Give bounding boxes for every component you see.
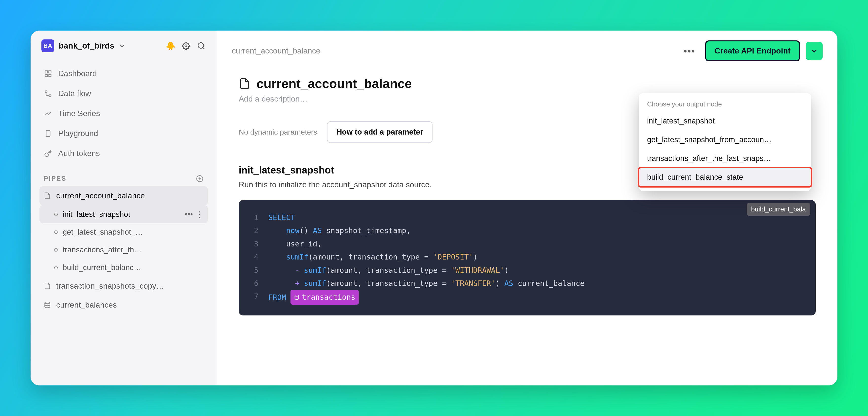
how-to-add-parameter-button[interactable]: How to add a parameter: [327, 121, 432, 143]
nav-label: Dashboard: [58, 69, 97, 78]
pipe-label: transaction_snapshots_copy…: [56, 282, 164, 291]
code-editor[interactable]: 1SELECT 2 now() AS snapshot_timestamp, 3…: [239, 200, 816, 315]
svg-point-7: [45, 91, 47, 93]
output-node-dropdown: Choose your output node init_latest_snap…: [639, 93, 811, 191]
page-title[interactable]: current_account_balance: [256, 76, 412, 91]
search-icon[interactable]: [196, 41, 206, 51]
line-number: 7: [246, 290, 268, 305]
datasource-tag[interactable]: transactions: [290, 290, 359, 305]
breadcrumb: current_account_balance: [232, 46, 320, 56]
pipe-item-current-account-balance[interactable]: current_account_balance: [39, 186, 208, 205]
nav-label: Playground: [58, 129, 98, 138]
nav-label: Auth tokens: [58, 149, 100, 158]
more-button[interactable]: •••: [680, 49, 699, 53]
sidebar: BA bank_of_birds 🐥 Dashboard: [31, 31, 217, 385]
pipe-item-transaction-snapshots-copy[interactable]: transaction_snapshots_copy…: [39, 277, 208, 295]
pipes-section-label: PIPES: [44, 175, 67, 182]
svg-point-14: [45, 302, 50, 303]
node-bullet-icon: [54, 213, 58, 216]
flow-icon: [44, 90, 52, 98]
dashboard-icon: [44, 69, 52, 78]
nav-label: Data flow: [58, 89, 91, 98]
dropdown-item-highlighted[interactable]: build_current_balance_state: [639, 168, 811, 187]
workspace-badge: BA: [41, 39, 54, 52]
node-item-get-latest-snapshot[interactable]: get_latest_snapshot_…: [39, 223, 208, 241]
add-pipe-button[interactable]: [196, 175, 204, 182]
chart-icon: [44, 109, 52, 118]
topbar: current_account_balance ••• Create API E…: [217, 31, 837, 61]
create-api-endpoint-button[interactable]: Create API Endpoint: [705, 40, 800, 61]
node-label: transactions_after_th…: [63, 246, 204, 254]
node-bullet-icon: [54, 248, 58, 252]
nav-label: Time Series: [58, 109, 100, 118]
svg-point-0: [185, 45, 187, 47]
svg-point-8: [49, 95, 51, 97]
database-icon: [44, 301, 51, 309]
workspace-switcher[interactable]: BA bank_of_birds 🐥: [39, 39, 208, 52]
node-label: get_latest_snapshot_…: [63, 228, 204, 236]
svg-rect-3: [45, 71, 48, 73]
line-number: 2: [246, 224, 268, 237]
pipe-icon: [44, 282, 51, 290]
pipe-icon: [44, 192, 51, 200]
nav-auth-tokens[interactable]: Auth tokens: [39, 144, 208, 163]
dropdown-header: Choose your output node: [639, 99, 811, 111]
key-icon: [44, 149, 52, 158]
gear-icon[interactable]: [181, 41, 191, 51]
svg-point-16: [295, 295, 299, 296]
bird-icon[interactable]: 🐥: [166, 41, 175, 51]
create-api-endpoint-dropdown[interactable]: [806, 42, 823, 60]
line-number: 1: [246, 211, 268, 224]
node-item-build-current-balance[interactable]: build_current_balanc…: [39, 259, 208, 277]
line-number: 3: [246, 237, 268, 250]
node-label: build_current_balanc…: [63, 263, 204, 272]
main-panel: current_account_balance ••• Create API E…: [217, 31, 837, 385]
tooltip: build_current_bala: [747, 203, 810, 216]
more-icon[interactable]: •••: [185, 210, 193, 219]
playground-icon: [44, 129, 52, 138]
dropdown-item[interactable]: init_latest_snapshot: [639, 111, 811, 130]
drag-handle-icon[interactable]: ⋮: [196, 210, 204, 219]
nav-time-series[interactable]: Time Series: [39, 104, 208, 123]
nav-playground[interactable]: Playground: [39, 124, 208, 143]
svg-point-1: [198, 43, 204, 48]
node-bullet-icon: [54, 230, 58, 234]
svg-rect-5: [49, 74, 51, 76]
nav-dashboard[interactable]: Dashboard: [39, 64, 208, 83]
nav-data-flow[interactable]: Data flow: [39, 84, 208, 103]
node-item-init-latest-snapshot[interactable]: init_latest_snapshot ••• ⋮: [39, 205, 208, 223]
svg-rect-4: [49, 71, 51, 73]
pipe-label: current_account_balance: [56, 191, 145, 200]
pipe-icon: [239, 77, 251, 90]
app-window: BA bank_of_birds 🐥 Dashboard: [31, 31, 837, 385]
line-number: 6: [246, 277, 268, 290]
chevron-down-icon[interactable]: [119, 43, 125, 49]
dynamic-params-text: No dynamic parameters: [239, 128, 317, 136]
svg-line-2: [203, 47, 205, 49]
pipe-item-current-balances[interactable]: current_balances: [39, 295, 208, 315]
line-number: 4: [246, 250, 268, 263]
dropdown-item[interactable]: transactions_after_the_last_snaps…: [639, 149, 811, 168]
node-bullet-icon: [54, 266, 58, 269]
line-number: 5: [246, 264, 268, 277]
svg-rect-9: [46, 131, 50, 136]
svg-rect-6: [45, 74, 48, 76]
pipe-label: current_balances: [56, 300, 117, 310]
dropdown-item[interactable]: get_latest_snapshot_from_accoun…: [639, 130, 811, 149]
workspace-name: bank_of_birds: [59, 41, 115, 51]
node-item-transactions-after[interactable]: transactions_after_th…: [39, 241, 208, 259]
node-label: init_latest_snapshot: [63, 210, 180, 219]
